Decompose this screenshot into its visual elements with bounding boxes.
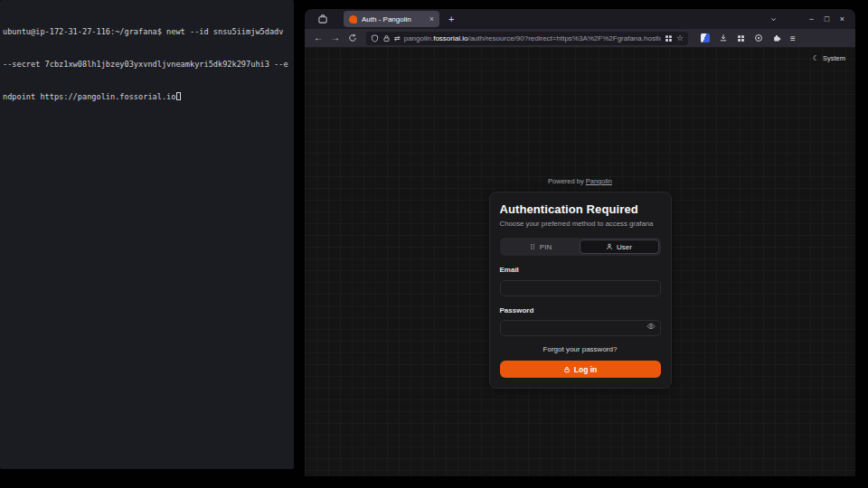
auth-method-tabs: PIN User <box>500 238 661 256</box>
window-close-button[interactable]: × <box>835 14 850 23</box>
forward-button[interactable]: → <box>331 33 340 42</box>
tab-user-label: User <box>617 243 632 251</box>
url-text: pangolin.fossorial.io/auth/resource/90?r… <box>404 34 661 42</box>
login-button[interactable]: Log in <box>500 361 661 378</box>
terminal-cursor <box>176 92 181 100</box>
theme-label: System <box>823 54 845 62</box>
theme-toggle[interactable]: ☾ System <box>813 54 845 62</box>
lock-icon[interactable] <box>382 34 391 42</box>
password-field-wrap <box>500 318 661 337</box>
password-label: Password <box>500 306 661 314</box>
terminal-window[interactable]: ubuntu@ip-172-31-27-116:~/grafana$ newt … <box>0 0 294 469</box>
new-tab-button[interactable]: + <box>448 14 454 24</box>
blue-extension-icon[interactable] <box>701 33 710 42</box>
pangolin-link[interactable]: Pangolin <box>586 177 612 185</box>
page-content: ☾ System Powered by Pangolin Authenticat… <box>305 47 855 476</box>
window-minimize-button[interactable]: − <box>804 14 819 23</box>
bookmark-star-icon[interactable]: ☆ <box>676 33 684 42</box>
permissions-switch-icon[interactable]: ⇄ <box>394 34 401 42</box>
tab-title: Auth - Pangolin <box>362 15 425 23</box>
powered-by: Powered by Pangolin <box>489 177 672 185</box>
window-maximize-button[interactable]: □ <box>819 14 835 23</box>
tab-bar: Auth - Pangolin × + − □ × <box>305 9 855 29</box>
reload-button[interactable] <box>348 33 358 43</box>
card-title: Authentication Required <box>500 202 661 216</box>
shield-icon[interactable] <box>371 34 379 42</box>
show-password-eye-icon[interactable] <box>646 322 656 331</box>
tab-close-icon[interactable]: × <box>429 15 434 23</box>
url-bar[interactable]: ⇄ pangolin.fossorial.io/auth/resource/90… <box>366 32 688 45</box>
password-input[interactable] <box>500 320 661 336</box>
firefox-view-icon[interactable] <box>316 13 329 25</box>
tab-pin-label: PIN <box>540 243 552 251</box>
email-label: Email <box>500 266 661 274</box>
tab-auth-pangolin[interactable]: Auth - Pangolin × <box>344 11 439 27</box>
circle-extension-icon[interactable] <box>754 33 763 42</box>
keypad-icon <box>529 243 536 250</box>
grid-extension-icon[interactable] <box>737 34 745 42</box>
toolbar-extensions: ≡ <box>701 33 796 43</box>
forgot-password-link[interactable]: Forgot your password? <box>500 345 661 353</box>
browser-window: Auth - Pangolin × + − □ × ← → <box>305 9 855 476</box>
login-button-label: Log in <box>574 365 598 374</box>
email-input[interactable] <box>500 280 661 296</box>
card-subtitle: Choose your preferred method to access g… <box>500 220 661 228</box>
list-tabs-chevron-icon[interactable] <box>769 15 784 23</box>
tab-pin[interactable]: PIN <box>502 239 580 254</box>
terminal-line: ndpoint https://pangolin.fossorial.io <box>3 91 291 102</box>
user-icon <box>606 243 613 250</box>
extensions-puzzle-icon[interactable] <box>772 33 781 42</box>
moon-icon: ☾ <box>813 54 819 62</box>
hamburger-menu-icon[interactable]: ≡ <box>790 33 796 43</box>
terminal-line: ubuntu@ip-172-31-27-116:~/grafana$ newt … <box>3 26 291 37</box>
pangolin-favicon-icon <box>349 15 357 23</box>
downloads-icon[interactable] <box>719 33 728 42</box>
auth-column: Powered by Pangolin Authentication Requi… <box>489 177 672 389</box>
email-field-wrap <box>500 277 661 296</box>
auth-card: Authentication Required Choose your pref… <box>489 192 672 389</box>
back-button[interactable]: ← <box>314 33 323 42</box>
browser-toolbar: ← → ⇄ pangolin.fossorial.io/auth/resourc <box>305 29 855 47</box>
terminal-line: --secret 7cbz1xw08lh1jbzey03yxvndljvneam… <box>3 59 291 70</box>
container-squares-icon[interactable] <box>665 34 673 42</box>
tab-user[interactable]: User <box>580 239 659 254</box>
